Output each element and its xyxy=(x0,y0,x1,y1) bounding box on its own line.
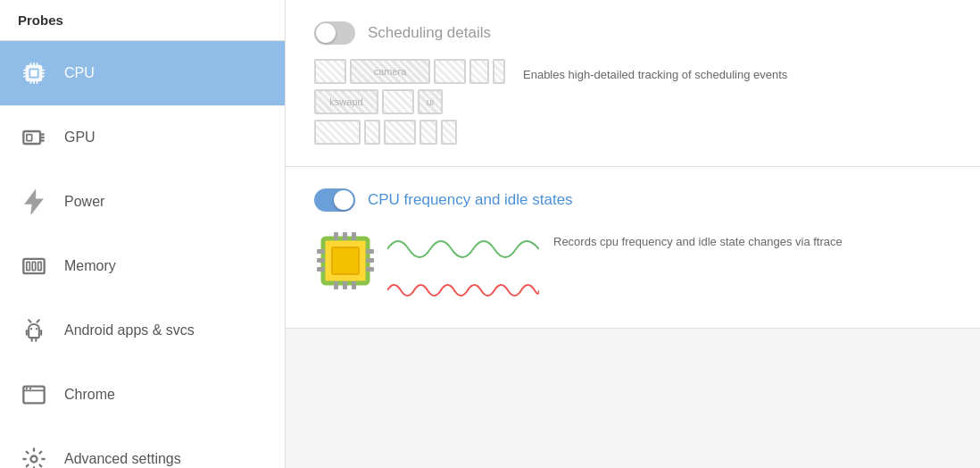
red-wave xyxy=(387,274,539,306)
cpu-chip-icon xyxy=(314,230,377,296)
sidebar-item-advanced[interactable]: Advanced settings xyxy=(0,427,285,468)
gpu-icon xyxy=(18,121,50,154)
scheduling-content: camera kswapd ui xyxy=(314,59,951,145)
svg-rect-15 xyxy=(27,135,32,141)
sidebar-item-power[interactable]: Power xyxy=(0,170,285,234)
svg-rect-43 xyxy=(352,281,356,289)
sidebar-item-memory-label: Memory xyxy=(64,258,116,274)
green-wave xyxy=(387,233,539,265)
svg-rect-21 xyxy=(32,262,36,270)
svg-rect-49 xyxy=(366,267,374,272)
svg-rect-40 xyxy=(352,232,356,240)
scheduling-title: Scheduling details xyxy=(368,24,491,42)
svg-line-25 xyxy=(29,320,30,322)
svg-rect-45 xyxy=(317,258,325,263)
svg-line-26 xyxy=(37,320,39,322)
sidebar-item-memory[interactable]: Memory xyxy=(0,234,285,298)
memory-icon xyxy=(18,250,50,282)
sidebar-item-chrome-label: Chrome xyxy=(64,387,115,403)
scheduling-toggle-knob xyxy=(316,23,336,43)
scheduling-toggle[interactable] xyxy=(314,21,355,45)
settings-icon xyxy=(18,443,50,468)
android-icon xyxy=(18,314,50,347)
main-content: Scheduling details camera xyxy=(286,0,980,468)
cpu-freq-section: CPU frequency and idle states xyxy=(286,167,980,329)
svg-rect-48 xyxy=(366,258,374,263)
cpu-freq-title: CPU frequency and idle states xyxy=(368,191,573,209)
svg-rect-39 xyxy=(343,232,347,240)
svg-rect-42 xyxy=(343,281,347,289)
cpu-freq-toggle-knob xyxy=(334,190,353,210)
scheduling-visual: camera kswapd ui xyxy=(314,59,505,145)
svg-rect-44 xyxy=(317,249,325,254)
scheduling-description: Enables high-detailed tracking of schedu… xyxy=(523,59,787,84)
svg-point-23 xyxy=(30,328,32,330)
scheduling-toggle-row: Scheduling details xyxy=(314,21,951,45)
svg-point-35 xyxy=(31,456,37,463)
cpu-freq-toggle-row: CPU frequency and idle states xyxy=(314,188,951,212)
frequency-waves xyxy=(387,226,539,306)
sidebar-item-cpu[interactable]: CPU xyxy=(0,41,285,105)
sidebar-item-advanced-label: Advanced settings xyxy=(64,451,181,467)
svg-rect-22 xyxy=(38,262,42,270)
chrome-icon xyxy=(18,379,50,411)
cpu-freq-toggle[interactable] xyxy=(314,188,355,212)
sidebar-header: Probes xyxy=(0,0,285,41)
sidebar-item-chrome[interactable]: Chrome xyxy=(0,363,285,427)
svg-rect-47 xyxy=(366,249,374,254)
sidebar-item-power-label: Power xyxy=(64,194,104,210)
sidebar-item-android-label: Android apps & svcs xyxy=(64,322,195,338)
svg-rect-38 xyxy=(334,232,338,240)
cpu-freq-description: Records cpu frequency and idle state cha… xyxy=(553,226,843,251)
sidebar-item-android[interactable]: Android apps & svcs xyxy=(0,298,285,363)
sidebar-item-gpu-label: GPU xyxy=(64,130,96,146)
sidebar: Probes CPU xyxy=(0,0,286,468)
sidebar-item-cpu-label: CPU xyxy=(64,65,95,81)
svg-rect-41 xyxy=(334,281,338,289)
svg-point-33 xyxy=(26,388,28,389)
sidebar-item-gpu[interactable]: GPU xyxy=(0,105,285,170)
scheduling-desc-text: Enables high-detailed tracking of schedu… xyxy=(523,66,787,84)
svg-point-24 xyxy=(36,328,37,330)
svg-rect-1 xyxy=(29,69,37,77)
cpu-icon xyxy=(18,57,50,89)
svg-rect-37 xyxy=(332,247,359,274)
cpu-freq-content: Records cpu frequency and idle state cha… xyxy=(314,226,951,306)
cpu-freq-visual xyxy=(314,226,539,306)
cpu-freq-desc-text: Records cpu frequency and idle state cha… xyxy=(553,233,843,251)
svg-rect-20 xyxy=(27,262,29,270)
svg-point-34 xyxy=(29,388,31,389)
svg-rect-46 xyxy=(317,267,325,272)
scheduling-section: Scheduling details camera xyxy=(286,0,980,167)
power-icon xyxy=(18,186,50,218)
